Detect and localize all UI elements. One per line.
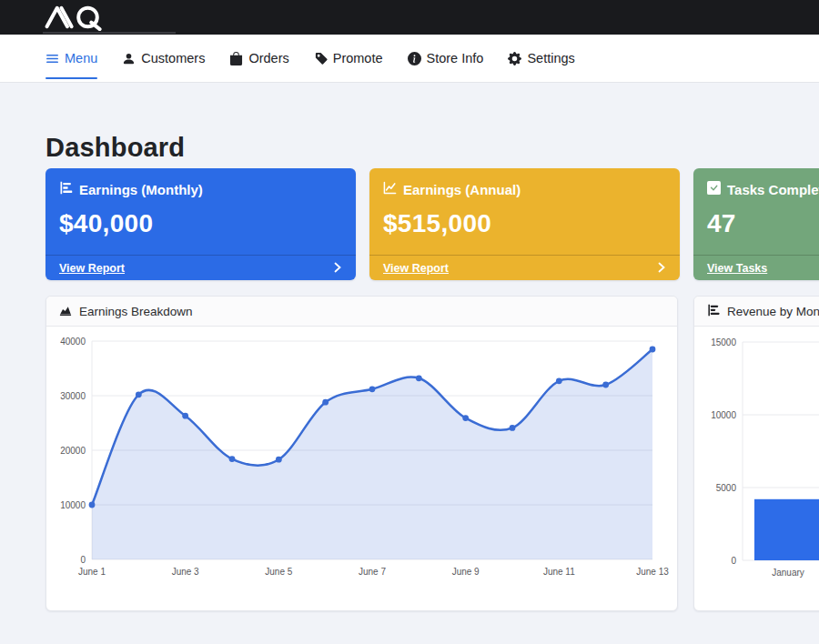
svg-text:June 13: June 13	[636, 567, 669, 577]
bar-chart-icon	[707, 304, 720, 319]
chart-card-title: Revenue by Month	[727, 305, 819, 318]
svg-text:10000: 10000	[711, 410, 736, 420]
view-report-link[interactable]: View Report	[369, 255, 680, 280]
svg-text:January: January	[772, 568, 804, 578]
page-title: Dashboard	[46, 133, 185, 163]
svg-text:15000: 15000	[711, 337, 736, 347]
area-chart-icon	[59, 304, 72, 319]
svg-text:40000: 40000	[60, 337, 86, 347]
nav-label: Customers	[141, 51, 205, 65]
stat-card-earnings-annual: Earnings (Annual) $515,000 View Report	[369, 168, 680, 280]
nav-label: Store Info	[427, 51, 484, 65]
gear-icon	[508, 52, 521, 65]
svg-text:June 9: June 9	[452, 567, 480, 577]
svg-text:June 1: June 1	[78, 567, 106, 577]
revenue-bar-chart: 050001000015000January	[694, 327, 819, 611]
nav-item-menu[interactable]: Menu	[46, 35, 97, 82]
line-chart-icon	[383, 181, 397, 197]
bag-icon	[229, 52, 243, 65]
check-square-icon	[707, 181, 721, 197]
stat-card-value: $515,000	[383, 209, 666, 238]
view-tasks-link[interactable]: View Tasks	[693, 255, 819, 280]
svg-text:June 11: June 11	[543, 567, 575, 577]
bar-chart-icon	[59, 181, 73, 197]
view-report-link[interactable]: View Report	[46, 255, 356, 280]
stat-card-value: $40,000	[59, 209, 342, 238]
nav-item-orders[interactable]: Orders	[229, 35, 288, 82]
nav-label: Settings	[527, 51, 574, 65]
svg-text:10000: 10000	[60, 500, 86, 510]
svg-text:30000: 30000	[60, 391, 86, 401]
dashboard-page: Menu Customers Orders Promote Store Info	[0, 0, 819, 644]
svg-text:0: 0	[80, 555, 86, 565]
stat-card-value: 47	[707, 209, 819, 238]
main-navbar: Menu Customers Orders Promote Store Info	[0, 35, 819, 83]
stat-card-earnings-monthly: Earnings (Monthly) $40,000 View Report	[46, 168, 356, 280]
earnings-line-chart: 010000200003000040000June 1June 3June 5J…	[46, 327, 677, 611]
stat-card-title: Earnings (Annual)	[403, 182, 521, 197]
chevron-right-icon	[658, 260, 666, 277]
brand-logo[interactable]	[41, 4, 121, 31]
stat-card-title: Tasks Completed	[727, 182, 819, 197]
hamburger-icon	[46, 52, 59, 65]
chevron-right-icon	[334, 260, 342, 277]
tag-icon	[314, 52, 328, 65]
svg-text:June 7: June 7	[359, 567, 386, 577]
earnings-breakdown-card: Earnings Breakdown 010000200003000040000…	[46, 296, 678, 611]
person-icon	[122, 52, 136, 65]
revenue-by-month-card: Revenue by Month 050001000015000January	[693, 296, 819, 611]
svg-text:June 5: June 5	[265, 567, 292, 577]
nav-item-settings[interactable]: Settings	[508, 35, 574, 82]
info-circle-icon	[408, 52, 421, 65]
chart-card-title: Earnings Breakdown	[79, 305, 193, 318]
svg-text:0: 0	[731, 556, 736, 566]
top-app-bar	[0, 0, 819, 35]
stat-card-tasks-completed: Tasks Completed 47 View Tasks	[693, 168, 819, 280]
stat-card-title: Earnings (Monthly)	[79, 182, 203, 197]
nav-item-promote[interactable]: Promote	[314, 35, 383, 82]
nav-item-store-info[interactable]: Store Info	[408, 35, 484, 82]
nav-label: Promote	[333, 51, 383, 65]
nav-label: Menu	[65, 51, 97, 65]
svg-text:5000: 5000	[716, 483, 737, 493]
nav-item-customers[interactable]: Customers	[122, 35, 205, 82]
logo-underline	[43, 32, 176, 34]
svg-text:June 3: June 3	[172, 567, 199, 577]
svg-text:20000: 20000	[60, 446, 86, 456]
nav-label: Orders	[248, 51, 288, 65]
